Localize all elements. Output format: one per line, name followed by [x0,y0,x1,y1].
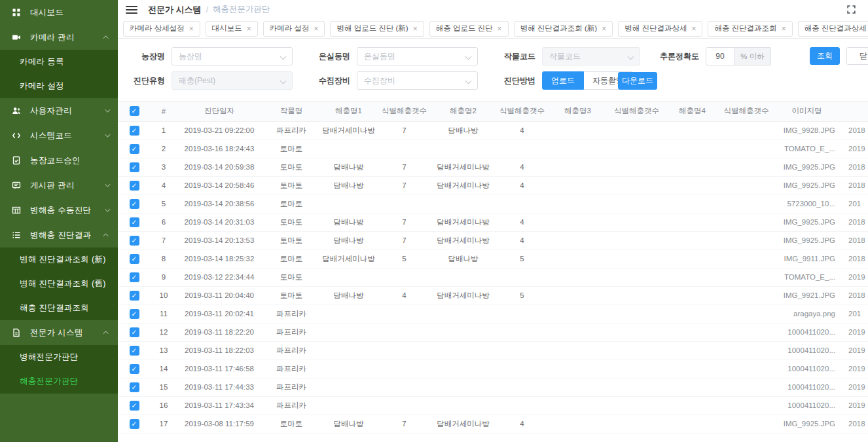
row-checkbox[interactable]: ✓ [130,236,139,246]
tab-close-icon[interactable]: × [247,25,251,33]
sidebar-item-3[interactable]: 시스템코드 [0,123,118,148]
table-row[interactable]: ✓132019-03-11 18:22:03파프리카1000411020...2… [118,341,868,359]
tab-close-icon[interactable]: × [314,25,318,33]
close-button[interactable]: 닫기 [846,47,868,65]
diagnosis-type-select[interactable]: 해충(Pest) [172,71,293,90]
row-checkbox[interactable]: ✓ [130,217,139,227]
row-checkbox[interactable]: ✓ [130,254,139,264]
row-checkbox[interactable]: ✓ [130,401,139,411]
tab-3[interactable]: 병해 업로드 진단 (新)× [330,21,424,37]
crop-code-select[interactable]: 작물코드 [542,47,640,65]
search-button[interactable]: 조회 [810,47,840,65]
farm-name-select[interactable]: 농장명 [172,47,293,65]
cell [376,139,432,158]
table-row[interactable]: ✓12019-03-21 09:22:00파프리카담배거세미나방7담배나방4IM… [118,121,868,139]
tab-4[interactable]: 해충 업로드 진단× [429,21,509,37]
fullscreen-icon[interactable] [846,5,856,14]
sidebar-subitem-1-0[interactable]: 카메라 등록 [0,50,118,74]
row-checkbox[interactable]: ✓ [130,199,139,209]
tab-close-icon[interactable]: × [691,25,696,33]
cell: 4 [494,176,550,194]
cell: 담배나방 [321,231,376,249]
table-row[interactable]: ✓22019-03-16 18:24:43토마토TOMATO_E_...2019 [118,139,868,158]
sidebar-subitem-7-1[interactable]: 병해 진단결과조회 (舊) [0,272,118,296]
tab-label: 해충 업로드 진단 [436,24,493,33]
cell: 3 [151,158,177,176]
row-checkbox[interactable]: ✓ [130,419,139,429]
sidebar-item-8[interactable]: 전문가 시스템 [0,320,118,345]
table-row[interactable]: ✓72019-03-14 20:13:53토마토담배나방7담배거세미나방4IMG… [118,231,868,249]
download-button[interactable]: 다운로드 [618,72,657,90]
tab-7[interactable]: 해충 진단결과조회× [708,21,792,37]
sidebar-item-6[interactable]: 병해충 수동진단 [0,198,118,223]
greenhouse-select[interactable]: 온실동명 [357,47,478,65]
row-checkbox-cell: ✓ [118,268,151,286]
table-row[interactable]: ✓102019-03-11 20:04:40토마토담배나방4담배거세미나방5IM… [118,286,868,304]
sidebar-subitem-1-1[interactable]: 카메라 설정 [0,74,118,98]
cell: 10 [151,286,177,304]
tab-close-icon[interactable]: × [602,25,606,33]
table-row[interactable]: ✓62019-03-14 20:31:03토마토담배나방7담배거세미나방4IMG… [118,213,868,231]
row-checkbox[interactable]: ✓ [130,144,139,154]
sidebar-item-1[interactable]: 카메라 관리 [0,25,118,50]
sidebar-item-4[interactable]: 농장코드승인 [0,148,118,173]
tab-close-icon[interactable]: × [189,25,194,33]
cell: 파프리카 [262,323,321,341]
sidebar-item-7[interactable]: 병해충 진단결과 [0,223,118,248]
tab-close-icon[interactable]: × [497,25,502,33]
row-checkbox[interactable]: ✓ [130,291,139,301]
table-row[interactable]: ✓52019-03-14 20:38:56토마토5723000_10...201 [118,194,868,213]
select-all-checkbox[interactable]: ✓ [130,106,139,116]
cell: 담배거세미나방 [432,213,494,231]
sidebar-subitem-8-1[interactable]: 해충전문가판단 [0,369,118,394]
hamburger-menu-icon[interactable] [126,4,137,16]
sidebar-item-2[interactable]: 사용자관리 [0,98,118,123]
table-row[interactable]: ✓82019-03-14 18:25:32토마토담배거세미나방5담배나방5IMG… [118,249,868,268]
cell [494,396,550,414]
table-row[interactable]: ✓172019-03-08 11:17:59토마토담배나방7담배거세미나방4IM… [118,414,868,433]
row-checkbox-cell: ✓ [118,213,151,231]
sidebar-subitem-7-0[interactable]: 병해 진단결과조회 (新) [0,248,118,272]
cell [432,323,494,341]
table-row[interactable]: ✓122019-03-11 18:22:20파프리카1000411020...2… [118,323,868,341]
cell [550,121,606,139]
row-checkbox[interactable]: ✓ [130,382,139,392]
tab-5[interactable]: 병해 진단결과조회 (新)× [514,21,613,37]
table-row[interactable]: ✓152019-03-11 17:44:33파프리카1000411020...2… [118,378,868,396]
tab-close-icon[interactable]: × [413,25,418,33]
cell [550,414,606,433]
tab-1[interactable]: 대시보드× [206,21,258,37]
column-header-4: 식별해충갯수 [376,101,432,121]
tab-close-icon[interactable]: × [782,25,786,33]
table-row[interactable]: ✓112019-03-11 20:02:41파프리카aragaya.png201 [118,304,868,323]
row-checkbox[interactable]: ✓ [130,309,139,319]
table-row[interactable]: ✓42019-03-14 20:58:46토마토담배나방7담배거세미나방4IMG… [118,176,868,194]
row-checkbox[interactable]: ✓ [130,327,139,337]
sidebar-item-5[interactable]: 게시판 관리 [0,173,118,198]
table-row[interactable]: ✓142019-03-11 17:46:58파프리카1000411020...2… [118,359,868,378]
row-checkbox[interactable]: ✓ [130,364,139,374]
sidebar-subitem-7-2[interactable]: 해충 진단결과조회 [0,296,118,320]
table-row[interactable]: ✓92019-03-12 22:34:44토마토TOMATO_E_...2019 [118,268,868,286]
method-upload-button[interactable]: 업로드 [542,71,584,90]
cell: 11 [151,304,177,323]
accuracy-input[interactable] [706,47,734,65]
row-checkbox[interactable]: ✓ [130,162,139,172]
cell: 2019-03-08 11:17:59 [177,414,262,433]
row-checkbox[interactable]: ✓ [130,346,139,356]
chevron-up-icon [103,331,108,336]
table-row[interactable]: ✓32019-03-14 20:59:38토마토담배나방7담배거세미나방4IMG… [118,158,868,176]
code-icon [12,131,23,140]
tab-0[interactable]: 카메라 상세설정× [123,21,200,37]
sidebar-subitem-8-0[interactable]: 병해전문가판단 [0,345,118,369]
table-row[interactable]: ✓162019-03-11 17:43:34파프리카1000411020...2… [118,396,868,414]
tab-8[interactable]: 해충 진단결과상세× [798,21,868,37]
sidebar-item-0[interactable]: 대시보드 [0,0,118,25]
device-select[interactable]: 수집장비 [357,71,478,90]
cell: 2019-03-14 20:38:56 [177,194,262,213]
tab-6[interactable]: 병해 진단결과상세× [618,21,702,37]
row-checkbox[interactable]: ✓ [130,126,139,136]
row-checkbox[interactable]: ✓ [130,181,139,191]
row-checkbox[interactable]: ✓ [130,272,139,282]
tab-2[interactable]: 카메라 설정× [263,21,325,37]
